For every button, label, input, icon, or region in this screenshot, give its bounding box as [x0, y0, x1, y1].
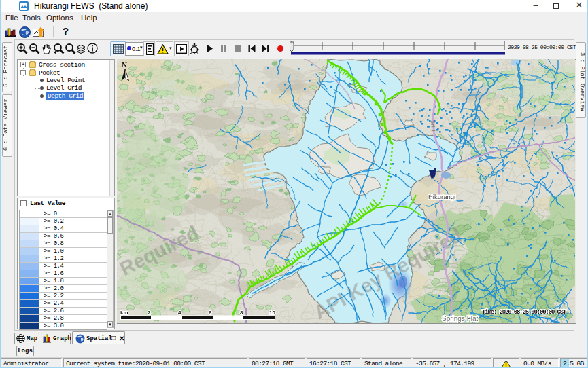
svg-text:6: 6: [209, 310, 212, 316]
svg-text:Springs Flat: Springs Flat: [442, 315, 479, 323]
svg-text:2: 2: [148, 310, 151, 316]
svg-text:8: 8: [240, 310, 243, 316]
svg-text:N: N: [122, 60, 127, 69]
svg-text:4: 4: [178, 310, 181, 316]
svg-text:Time: 2020-08-25 00:00:00 CST: Time: 2020-08-25 00:00:00 CST: [482, 309, 567, 316]
svg-text:10: 10: [269, 310, 275, 316]
svg-text:Hikurangi: Hikurangi: [428, 193, 455, 200]
svg-text:km: km: [120, 310, 128, 316]
svg-text:SH 1: SH 1: [430, 120, 436, 133]
